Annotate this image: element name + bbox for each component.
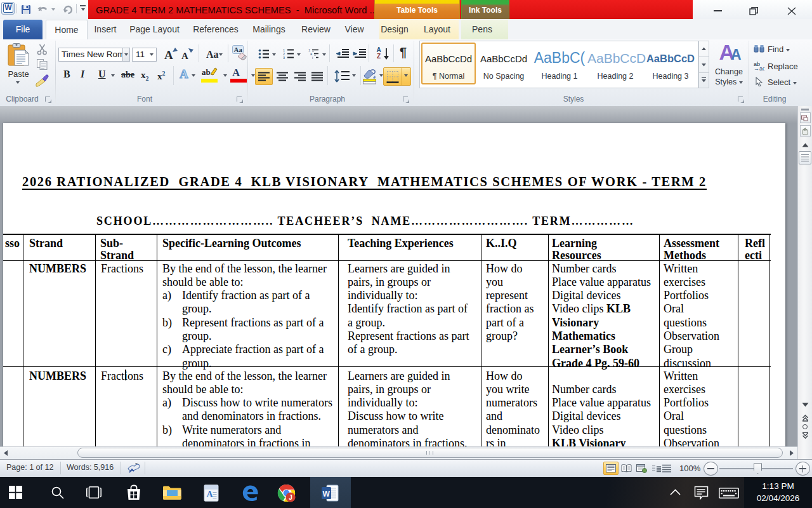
svg-text:W: W bbox=[323, 490, 331, 498]
svg-text:i: i bbox=[312, 56, 313, 59]
svg-text:A: A bbox=[207, 490, 214, 499]
svg-text:Aa: Aa bbox=[234, 46, 243, 53]
svg-text:→ac: →ac bbox=[754, 65, 764, 70]
svg-text:3: 3 bbox=[283, 56, 285, 59]
svg-text:J: J bbox=[289, 494, 292, 501]
